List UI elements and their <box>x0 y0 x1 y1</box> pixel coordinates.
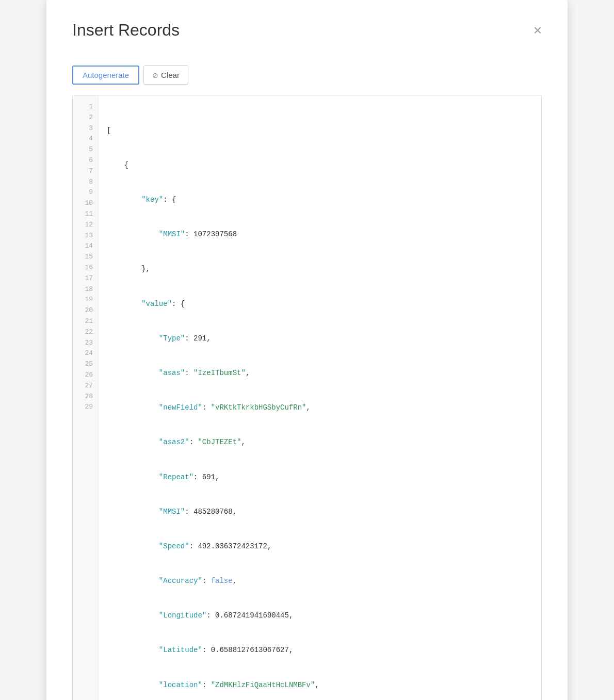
code-line-5: }, <box>107 263 533 274</box>
code-line-14: "Accuracy": false, <box>107 575 533 587</box>
toolbar: Autogenerate ⊘ Clear <box>72 66 542 85</box>
modal-header: Insert Records × <box>46 0 568 50</box>
code-content: 1 2 3 4 5 6 7 8 9 10 11 12 13 14 15 16 1 <box>73 95 541 700</box>
modal: Insert Records × Autogenerate ⊘ Clear 1 … <box>46 0 568 700</box>
autogenerate-button[interactable]: Autogenerate <box>72 66 139 85</box>
modal-title: Insert Records <box>72 21 180 40</box>
clear-button[interactable]: ⊘ Clear <box>143 66 188 85</box>
ban-icon: ⊘ <box>152 71 158 79</box>
code-line-8: "asas": "IzeITbumSt", <box>107 367 533 379</box>
modal-body: Autogenerate ⊘ Clear 1 2 3 4 5 6 7 8 9 1… <box>46 50 568 700</box>
code-editor[interactable]: 1 2 3 4 5 6 7 8 9 10 11 12 13 14 15 16 1 <box>72 95 542 700</box>
code-line-7: "Type": 291, <box>107 333 533 344</box>
code-line-9: "newField": "vRKtkTkrkbHGSbyCufRn", <box>107 402 533 413</box>
code-line-16: "Latitude": 0.6588127613067627, <box>107 644 533 656</box>
code-line-17: "location": "ZdMKHlzFiQaaHtHcLNMBFv", <box>107 679 533 691</box>
code-line-11: "Repeat": 691, <box>107 471 533 483</box>
code-line-15: "Longitude": 0.687241941690445, <box>107 610 533 621</box>
clear-label: Clear <box>161 71 180 79</box>
code-line-13: "Speed": 492.036372423172, <box>107 541 533 552</box>
line-numbers: 1 2 3 4 5 6 7 8 9 10 11 12 13 14 15 16 1 <box>73 95 99 700</box>
code-line-4: "MMSI": 1072397568 <box>107 229 533 240</box>
code-line-12: "MMSI": 485280768, <box>107 506 533 517</box>
code-text: [ { "key": { "MMSI": 1072397568 }, "valu… <box>99 95 541 700</box>
code-line-6: "value": { <box>107 298 533 310</box>
code-line-10: "asas2": "CbJTEZEt", <box>107 436 533 448</box>
code-line-2: { <box>107 159 533 171</box>
code-line-3: "key": { <box>107 194 533 205</box>
close-button[interactable]: × <box>534 23 542 38</box>
code-line-1: [ <box>107 125 533 136</box>
